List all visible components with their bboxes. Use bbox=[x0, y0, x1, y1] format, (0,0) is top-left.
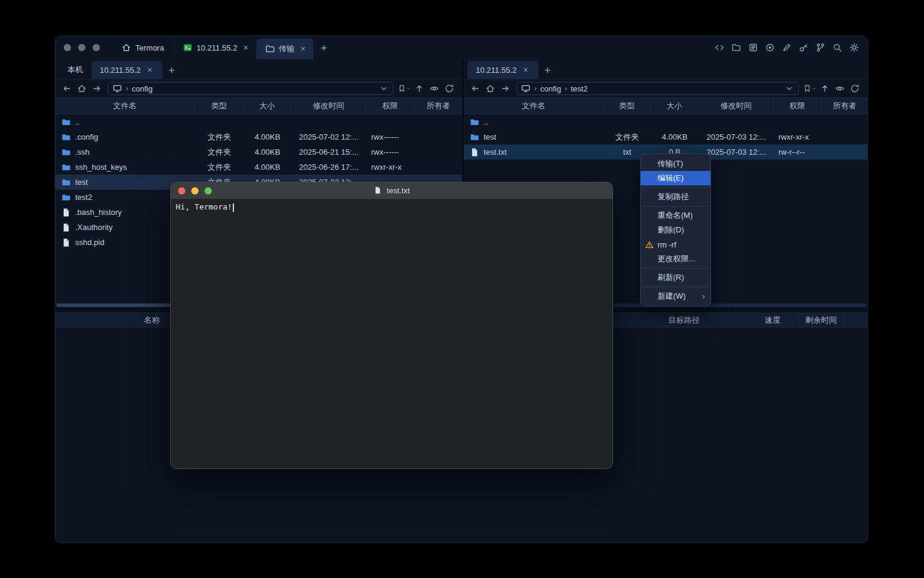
new-panel-tab-button[interactable]: + bbox=[544, 65, 551, 76]
home-button[interactable] bbox=[484, 82, 497, 95]
menu-item-rm-rf[interactable]: rm -rf bbox=[641, 237, 710, 252]
upload-button[interactable] bbox=[413, 82, 426, 95]
column-header-size[interactable]: 大小 bbox=[650, 98, 699, 114]
file-mtime: 2025-07-03 12:... bbox=[699, 132, 774, 141]
file-mtime: 2025-06-26 17:... bbox=[291, 163, 366, 172]
tab-home[interactable]: Termora bbox=[112, 36, 174, 59]
menu-item-refresh[interactable]: 刷新(R) bbox=[641, 270, 710, 285]
menu-item-change-permissions[interactable]: 更改权限... bbox=[641, 252, 710, 266]
window-controls bbox=[64, 44, 100, 51]
file-perm: rw-r--r-- bbox=[774, 148, 822, 157]
file-size: 4.00KB bbox=[244, 148, 291, 157]
close-icon[interactable]: × bbox=[241, 43, 250, 52]
editor-titlebar[interactable]: test.txt bbox=[171, 182, 612, 199]
transfer-column-target[interactable]: 目标路径 bbox=[621, 313, 747, 327]
column-header-owner[interactable]: 所有者 bbox=[414, 98, 462, 114]
column-header-owner[interactable]: 所有者 bbox=[822, 98, 867, 114]
column-header-perm[interactable]: 权限 bbox=[774, 98, 822, 114]
file-name: ssh_host_keys bbox=[75, 163, 127, 172]
transfer-column-eta[interactable]: 剩余时间 bbox=[799, 313, 844, 327]
path-breadcrumb[interactable]: › config bbox=[108, 82, 393, 95]
zoom-window-button[interactable] bbox=[205, 187, 212, 194]
file-name: sshd.pid bbox=[75, 238, 104, 247]
tab-transfer[interactable]: 传输 × bbox=[256, 39, 313, 59]
code-icon[interactable] bbox=[715, 43, 724, 52]
new-tab-button[interactable]: + bbox=[321, 42, 327, 54]
close-window-button[interactable] bbox=[178, 187, 185, 194]
tab-label: 本机 bbox=[67, 64, 83, 75]
forward-button[interactable] bbox=[499, 82, 512, 95]
column-header-mtime[interactable]: 修改时间 bbox=[699, 98, 774, 114]
file-row[interactable]: ssh_host_keys 文件夹 4.00KB 2025-06-26 17:.… bbox=[55, 160, 462, 175]
close-icon[interactable]: × bbox=[522, 65, 530, 75]
close-window-button[interactable] bbox=[64, 44, 71, 51]
tab-label: 10.211.55.2 bbox=[100, 66, 141, 75]
file-row[interactable]: .. bbox=[55, 114, 462, 129]
chevron-down-icon[interactable] bbox=[784, 84, 794, 93]
editor-content[interactable]: Hi, Termora! bbox=[171, 199, 612, 468]
key-icon[interactable] bbox=[799, 43, 808, 52]
new-panel-tab-button[interactable]: + bbox=[168, 65, 175, 76]
file-row[interactable]: .ssh 文件夹 4.00KB 2025-06-21 15:... rwx---… bbox=[55, 144, 462, 160]
close-icon[interactable]: × bbox=[146, 65, 154, 75]
forward-button[interactable] bbox=[90, 82, 103, 95]
tab-remote[interactable]: 10.211.55.2 × bbox=[467, 61, 538, 79]
chevron-down-icon[interactable] bbox=[379, 84, 389, 93]
column-header-perm[interactable]: 权限 bbox=[366, 98, 414, 114]
column-header-type[interactable]: 类型 bbox=[195, 98, 244, 114]
edit-icon[interactable] bbox=[782, 43, 792, 52]
breadcrumb-item[interactable]: config bbox=[132, 84, 153, 93]
tab-local[interactable]: 本机 bbox=[59, 61, 91, 79]
column-header-name[interactable]: 文件名 bbox=[464, 98, 604, 114]
transfer-column-speed[interactable]: 速度 bbox=[747, 313, 799, 327]
bookmark-button[interactable] bbox=[398, 82, 411, 95]
file-row[interactable]: .. bbox=[464, 114, 867, 129]
show-hidden-button[interactable] bbox=[833, 82, 846, 95]
upload-button[interactable] bbox=[818, 82, 831, 95]
branch-icon[interactable] bbox=[816, 43, 825, 52]
menu-item-rename[interactable]: 重命名(M) bbox=[641, 208, 710, 223]
file-name: .Xauthority bbox=[75, 223, 112, 232]
zoom-window-button[interactable] bbox=[93, 44, 100, 51]
tab-remote[interactable]: 10.211.55.2 × bbox=[91, 61, 162, 79]
column-header-mtime[interactable]: 修改时间 bbox=[291, 98, 366, 114]
file-row[interactable]: test 文件夹 4.00KB 2025-07-03 12:... rwxr-x… bbox=[464, 129, 867, 144]
file-row[interactable]: .config 文件夹 4.00KB 2025-07-02 12:... rwx… bbox=[55, 129, 462, 144]
folder-icon[interactable] bbox=[732, 43, 741, 52]
breadcrumb-item[interactable]: config bbox=[540, 84, 561, 93]
tab-session-10-211-55-2[interactable]: 10.211.55.2 × bbox=[174, 36, 256, 59]
file-name: test2 bbox=[75, 193, 92, 202]
back-button[interactable] bbox=[469, 82, 482, 95]
refresh-button[interactable] bbox=[443, 82, 456, 95]
folder-icon bbox=[61, 117, 71, 127]
menu-item-edit[interactable]: 编辑(E) bbox=[641, 171, 710, 185]
menu-item-transfer[interactable]: 传输(T) bbox=[641, 157, 710, 171]
settings-icon[interactable] bbox=[849, 43, 859, 52]
tab-label: 10.211.55.2 bbox=[197, 43, 238, 52]
minimize-window-button[interactable] bbox=[191, 187, 199, 194]
minimize-window-button[interactable] bbox=[78, 44, 85, 51]
close-icon[interactable]: × bbox=[299, 44, 307, 54]
transfer-column-spacer bbox=[844, 313, 867, 327]
home-button[interactable] bbox=[75, 82, 88, 95]
file-size: 4.00KB bbox=[244, 163, 291, 172]
path-breadcrumb[interactable]: › config › test2 bbox=[516, 82, 799, 95]
column-header-type[interactable]: 类型 bbox=[604, 98, 650, 114]
breadcrumb-item[interactable]: test2 bbox=[571, 84, 588, 93]
show-hidden-button[interactable] bbox=[428, 82, 441, 95]
menu-item-copy-path[interactable]: 复制路径 bbox=[641, 190, 710, 204]
menu-item-new[interactable]: 新建(W) › bbox=[641, 289, 710, 303]
search-icon[interactable] bbox=[833, 43, 842, 52]
folder-icon bbox=[61, 163, 71, 172]
column-header-name[interactable]: 文件名 bbox=[55, 98, 195, 114]
log-icon[interactable] bbox=[748, 43, 758, 52]
record-icon[interactable] bbox=[765, 43, 775, 52]
bookmark-button[interactable] bbox=[803, 82, 816, 95]
refresh-button[interactable] bbox=[848, 82, 861, 95]
menu-item-delete[interactable]: 删除(D) bbox=[641, 223, 710, 237]
file-type: 文件夹 bbox=[195, 147, 244, 158]
left-navbar: › config bbox=[55, 79, 462, 98]
submenu-arrow-icon: › bbox=[702, 291, 705, 301]
back-button[interactable] bbox=[60, 82, 73, 95]
column-header-size[interactable]: 大小 bbox=[244, 98, 291, 114]
